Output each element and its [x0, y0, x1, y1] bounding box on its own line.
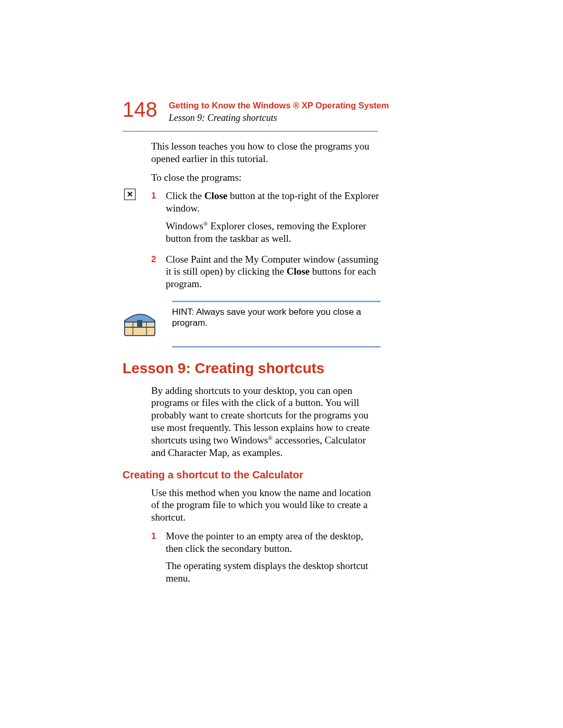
step-item: 2 Close Paint and the My Computer window… — [151, 253, 381, 295]
header-text-block: Getting to Know the Windows ® XP Operati… — [169, 98, 389, 124]
subsection-heading: Creating a shortcut to the Calculator — [123, 468, 480, 482]
section-breadcrumb: Lesson 9: Creating shortcuts — [169, 112, 389, 124]
step-text: Click the Close button at the top-right … — [166, 190, 381, 215]
calc-block: Use this method when you know the name a… — [151, 487, 381, 590]
step-follow: The operating system displays the deskto… — [166, 560, 381, 585]
hint-block: HINT: Always save your work before you c… — [123, 301, 381, 348]
chapter-title: Getting to Know the Windows ® XP Operati… — [169, 100, 389, 111]
hint-text: HINT: Always save your work before you c… — [172, 305, 381, 329]
step-text: Close Paint and the My Computer window (… — [166, 253, 381, 290]
step-item: 1 Move the pointer to an empty area of t… — [151, 530, 381, 590]
page-number: 148 — [123, 99, 157, 120]
step-body: Close Paint and the My Computer window (… — [166, 253, 381, 295]
close-icon: ✕ — [124, 189, 136, 200]
header-rule — [123, 131, 378, 132]
document-page: 148 Getting to Know the Windows ® XP Ope… — [0, 0, 563, 728]
step-number: 2 — [151, 253, 166, 295]
svg-rect-1 — [137, 320, 142, 327]
section-heading: Lesson 9: Creating shortcuts — [123, 359, 480, 377]
step-text: Move the pointer to an empty area of the… — [166, 530, 381, 555]
hint-bottom-rule — [172, 346, 381, 348]
step-number: 1 — [151, 530, 166, 590]
intro-paragraph: This lesson teaches you how to close the… — [151, 140, 381, 165]
hint-row: HINT: Always save your work before you c… — [123, 302, 381, 346]
page-header: 148 Getting to Know the Windows ® XP Ope… — [123, 98, 480, 124]
step-number: 1 — [151, 190, 166, 250]
lesson-intro: By adding shortcuts to your desktop, you… — [151, 385, 381, 459]
intro-lead: To close the programs: — [151, 171, 381, 184]
step-body: Move the pointer to an empty area of the… — [166, 530, 381, 590]
intro-block: This lesson teaches you how to close the… — [151, 140, 381, 295]
step-body: Click the Close button at the top-right … — [166, 190, 381, 250]
lesson-paragraph: By adding shortcuts to your desktop, you… — [151, 385, 381, 459]
step-follow: Windows® Explorer closes, removing the E… — [166, 220, 381, 245]
step-item: ✕ 1 Click the Close button at the top-ri… — [151, 190, 381, 250]
treasure-chest-icon — [123, 306, 159, 341]
calc-intro: Use this method when you know the name a… — [151, 487, 381, 524]
